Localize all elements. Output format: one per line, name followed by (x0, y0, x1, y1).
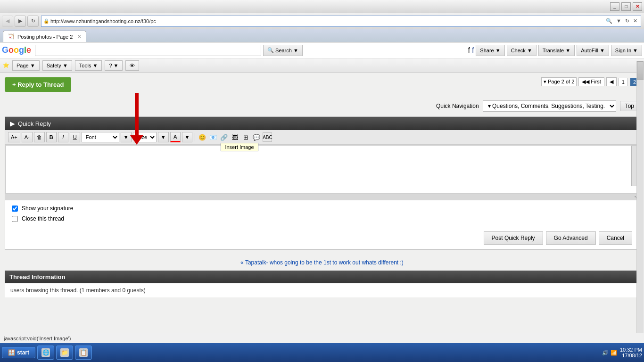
google-bar: Google 🔍 Search ▼ f f Share ▼ Check ▼ Tr… (0, 42, 644, 58)
font-dropdown-btn[interactable]: ▼ (121, 132, 132, 142)
reply-textarea[interactable] (6, 146, 638, 193)
page-1-btn[interactable]: 1 (619, 78, 628, 86)
color-dropdown-btn[interactable]: ▼ (182, 132, 193, 142)
address-refresh-icon[interactable]: ↻ (624, 17, 631, 25)
maximize-btn[interactable]: □ (621, 2, 631, 11)
thread-info-header: Thread Information (5, 271, 639, 283)
font-family-select[interactable]: Font (82, 132, 119, 142)
refresh-btn[interactable]: ↻ (27, 16, 39, 27)
page-btn[interactable]: Page ▼ (12, 60, 40, 71)
minimize-btn[interactable]: _ (610, 2, 619, 11)
checkboxes-area: Show your signature Close this thread (5, 200, 639, 227)
quick-reply-header: ▶ Quick Reply (5, 117, 639, 130)
quick-nav-dropdown[interactable]: ▾ Questions, Comments, Suggestions, Test… (483, 100, 616, 112)
share-btn[interactable]: Share ▼ (476, 45, 504, 56)
quick-nav-label: Quick Navigation (436, 103, 479, 109)
tab-title: Posting photos - Page 2 (17, 34, 73, 40)
editor-textarea-wrap (5, 145, 639, 194)
show-signature-checkbox[interactable] (12, 206, 18, 212)
go-advanced-btn[interactable]: Go Advanced (546, 231, 596, 245)
translate-btn[interactable]: Translate ▼ (538, 45, 575, 56)
address-lock-icon: 🔒 (43, 18, 49, 24)
close-thread-row: Close this thread (12, 215, 632, 222)
speaker-icon[interactable]: 🔊 (602, 350, 609, 356)
google-search-btn[interactable]: 🔍 Search ▼ (263, 45, 303, 56)
check-btn[interactable]: Check ▼ (507, 45, 537, 56)
address-actions[interactable]: 🔍 ▼ ↻ ✕ (604, 17, 639, 25)
date-display: 17/08/12 (620, 353, 642, 358)
email-btn[interactable]: 📧 (208, 132, 218, 142)
link-btn[interactable]: 🔗 (219, 132, 229, 142)
autofill-btn[interactable]: AutoFill ▼ (577, 45, 609, 56)
post-quick-reply-btn[interactable]: Post Quick Reply (484, 231, 543, 245)
taskbar-app-folder[interactable]: 📁 (56, 346, 73, 359)
windows-logo: 🪟 (8, 349, 15, 356)
title-bar-buttons[interactable]: _ □ ✕ (610, 2, 642, 11)
address-dropdown-icon[interactable]: ▼ (615, 17, 623, 25)
status-bar: javascript:void('Insert Image') (0, 333, 644, 343)
tapatalk-anchor[interactable]: « Tapatalk- whos going to be the 1st to … (240, 259, 404, 266)
forward-btn[interactable]: ▶ (15, 16, 26, 27)
textarea-resize-handle[interactable]: ⤡ (5, 194, 639, 200)
google-search-input[interactable] (35, 45, 261, 56)
eye-btn[interactable]: 👁 (125, 60, 139, 71)
font-color-btn[interactable]: A (170, 132, 181, 142)
fb2-icon[interactable]: f (472, 46, 474, 55)
nav-bar: ◀ ▶ ↻ 🔒 http://www.nzhuntingandshooting.… (0, 13, 644, 29)
font-size-increase-btn[interactable]: A+ (8, 132, 20, 142)
safety-btn[interactable]: Safety ▼ (42, 60, 72, 71)
emoji-btn[interactable]: 😊 (198, 132, 207, 142)
address-stop-icon[interactable]: ✕ (632, 17, 639, 25)
size-dropdown-btn[interactable]: ▼ (158, 132, 169, 142)
tab-favicon: 🏹 (8, 33, 15, 40)
quote-btn[interactable]: 💬 (252, 132, 261, 142)
show-signature-label: Show your signature (22, 205, 73, 212)
font-size-decrease-btn[interactable]: A- (22, 132, 33, 142)
folder-icon: 📁 (60, 348, 69, 357)
sign-in-btn[interactable]: Sign In ▼ (611, 45, 642, 56)
back-btn[interactable]: ◀ (2, 16, 13, 27)
taskbar: 🪟 start 🌐 📁 📋 🔊 📶 10:32 PM 17/08/12 (0, 343, 644, 359)
italic-btn[interactable]: I (58, 132, 68, 142)
ie-icon: 🌐 (41, 348, 50, 357)
help-btn[interactable]: ? ▼ (105, 60, 123, 71)
pagination-area: ▾ Page 2 of 2 ◀◀ First ◀ 1 2 (541, 77, 639, 86)
spell-check-btn[interactable]: ABC (263, 132, 272, 142)
remove-format-btn[interactable]: 🗑 (34, 132, 45, 142)
address-search-icon[interactable]: 🔍 (604, 17, 614, 25)
google-toolbar-btns: f f Share ▼ Check ▼ Translate ▼ AutoFill… (468, 45, 642, 56)
show-signature-row: Show your signature (12, 205, 632, 212)
active-tab[interactable]: 🏹 Posting photos - Page 2 ✕ (3, 31, 86, 42)
network-icon[interactable]: 📶 (611, 350, 617, 356)
search-icon: 🔍 (267, 47, 274, 53)
table-btn[interactable]: ⊞ (241, 132, 250, 142)
taskbar-sys-icons: 🔊 📶 (602, 350, 617, 356)
prev-page-btn[interactable]: ◀ (606, 77, 617, 86)
font-size-select[interactable]: Size (133, 132, 157, 142)
tapatalk-link: « Tapatalk- whos going to be the 1st to … (5, 255, 639, 271)
fav-icon: ⭐ (3, 62, 9, 68)
bold-btn[interactable]: B (46, 132, 57, 142)
taskbar-app-doc[interactable]: 📋 (75, 346, 92, 359)
first-page-btn[interactable]: ◀◀ First (578, 77, 604, 86)
browser-scrollbar[interactable] (636, 61, 644, 359)
scrollbar-thumb[interactable] (637, 61, 644, 80)
tools-btn[interactable]: Tools ▼ (75, 60, 102, 71)
page-dropdown[interactable]: ▾ Page 2 of 2 (541, 77, 577, 86)
start-btn[interactable]: 🪟 start (2, 347, 35, 358)
address-bar[interactable]: 🔒 http://www.nzhuntingandshooting.co.nz/… (41, 16, 641, 27)
close-thread-checkbox[interactable] (12, 216, 18, 222)
cancel-btn[interactable]: Cancel (599, 231, 632, 245)
taskbar-app-ie[interactable]: 🌐 (37, 346, 54, 359)
tab-close-btn[interactable]: ✕ (77, 34, 81, 39)
editor-sep-1 (195, 133, 195, 141)
insert-image-tooltip: Insert Image (221, 143, 258, 151)
scrollbar-track[interactable] (637, 61, 644, 359)
content-area: + Reply to Thread ▾ Page 2 of 2 ◀◀ First… (0, 73, 644, 359)
reply-thread-btn[interactable]: + Reply to Thread (5, 77, 71, 92)
underline-btn[interactable]: U (70, 132, 80, 142)
image-btn[interactable]: 🖼 Insert Image (230, 132, 239, 142)
quick-reply-icon: ▶ (10, 120, 15, 127)
close-btn[interactable]: ✕ (633, 2, 642, 11)
facebook-icon[interactable]: f (468, 46, 470, 55)
